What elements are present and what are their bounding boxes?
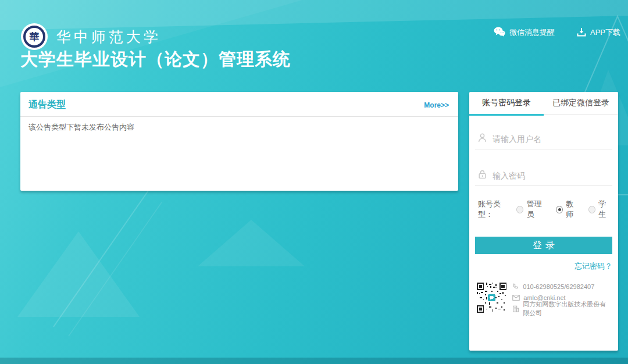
notice-type-title: 通告类型 (28, 99, 66, 111)
university-name: 华中师范大学 (56, 27, 161, 47)
radio-teacher-label: 教师 (566, 199, 580, 220)
university-logo-icon: 華 (21, 23, 48, 50)
notice-empty-text: 该公告类型下暂未发布公告内容 (20, 117, 458, 133)
username-field-row (475, 129, 612, 149)
building-icon (512, 305, 519, 312)
login-form: 账号类型： 管理员 教师 学生 登录 忘记密码？ (469, 129, 618, 315)
radio-admin-dot[interactable] (516, 206, 523, 213)
university-emblem-glyph: 華 (23, 26, 45, 48)
password-field-row (475, 165, 612, 186)
password-input[interactable] (493, 171, 612, 180)
login-panel: 账号密码登录 已绑定微信登录 (469, 92, 618, 351)
account-type-label: 账号类型： (478, 199, 513, 220)
qr-code (477, 281, 506, 315)
login-tabs: 账号密码登录 已绑定微信登录 (469, 92, 618, 115)
more-link[interactable]: More>> (424, 101, 449, 109)
wechat-reminder-label: 微信消息提醒 (509, 27, 555, 38)
header-links: 微信消息提醒 APP下载 (494, 27, 620, 38)
account-type-row: 账号类型： 管理员 教师 学生 (475, 199, 612, 220)
login-page: 華 华中师范大学 大学生毕业设计（论文）管理系统 微信消息提醒 (0, 0, 628, 364)
radio-student[interactable]: 学生 (588, 199, 612, 220)
contact-company: 同方知网数字出版技术股份有限公司 (523, 300, 612, 317)
phone-icon (512, 283, 519, 290)
notice-panel: 通告类型 More>> 该公告类型下暂未发布公告内容 (20, 92, 458, 191)
radio-teacher-dot[interactable] (556, 206, 563, 213)
lock-icon (478, 170, 487, 181)
contact-lines: 010-62980525/62982407 amlc@cnki.net (512, 281, 612, 315)
radio-student-label: 学生 (598, 199, 612, 220)
radio-admin[interactable]: 管理员 (516, 199, 547, 220)
bottom-dark-strip (0, 358, 628, 364)
contact-block: 010-62980525/62982407 amlc@cnki.net (475, 281, 612, 315)
wechat-reminder-link[interactable]: 微信消息提醒 (494, 27, 555, 38)
login-button[interactable]: 登录 (475, 237, 612, 254)
page-title: 大学生毕业设计（论文）管理系统 (20, 48, 291, 72)
download-icon (577, 27, 586, 38)
tab-account-password-login[interactable]: 账号密码登录 (469, 92, 544, 116)
user-icon (478, 133, 487, 145)
wechat-icon (494, 27, 505, 38)
forgot-password-row: 忘记密码？ (475, 260, 612, 272)
brand-row: 華 华中师范大学 (21, 23, 161, 50)
radio-student-dot[interactable] (588, 206, 595, 213)
app-download-label: APP下载 (590, 27, 620, 38)
contact-phone-row: 010-62980525/62982407 (512, 282, 612, 291)
contact-company-row: 同方知网数字出版技术股份有限公司 (512, 304, 612, 313)
app-download-link[interactable]: APP下载 (577, 27, 620, 38)
forgot-password-link[interactable]: 忘记密码？ (575, 262, 612, 270)
radio-admin-label: 管理员 (526, 199, 547, 220)
notice-header: 通告类型 More>> (20, 92, 458, 117)
radio-teacher[interactable]: 教师 (556, 199, 580, 220)
tab-wechat-login[interactable]: 已绑定微信登录 (544, 92, 618, 116)
mail-icon (512, 295, 520, 301)
contact-phone: 010-62980525/62982407 (523, 283, 594, 290)
username-input[interactable] (493, 134, 612, 144)
